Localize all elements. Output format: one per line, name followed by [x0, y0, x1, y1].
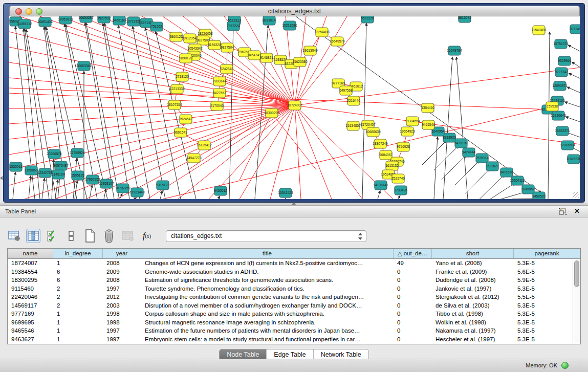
graph-node[interactable]: 12923448 — [129, 188, 145, 197]
graph-node[interactable]: 7524542 — [179, 115, 192, 124]
graph-node[interactable]: 9890120 — [179, 54, 192, 63]
graph-node[interactable]: 15692371 — [555, 126, 570, 136]
graph-node[interactable]: 9827504 — [221, 43, 234, 52]
graph-node[interactable]: 14547273 — [186, 154, 202, 163]
graph-node[interactable]: 6497568 — [339, 86, 353, 95]
graph-node[interactable]: 30975487 — [53, 161, 69, 170]
graph-node[interactable]: 8813074 — [458, 16, 471, 23]
graph-node[interactable]: 9227342 — [555, 68, 568, 77]
function-builder-icon[interactable]: f(x) — [140, 229, 154, 243]
graph-node[interactable]: 8471676 — [500, 168, 513, 177]
table-row[interactable]: 946362711997Embryonic stem cells: a mode… — [8, 335, 580, 344]
graph-node[interactable]: 18807249 — [373, 139, 388, 148]
graph-node[interactable]: 9450520 — [532, 192, 546, 199]
graph-node[interactable]: 6479197 — [454, 139, 468, 148]
graph-node[interactable]: 10688639 — [365, 127, 381, 137]
graph-node[interactable]: 19218586 — [282, 21, 297, 30]
table-row[interactable]: 911546021997Tourette syndrome. Phenomeno… — [8, 285, 580, 293]
graph-node[interactable]: 16958107 — [99, 179, 114, 188]
graph-node[interactable]: 1615132 — [385, 161, 399, 170]
graph-node[interactable]: 2216440 — [347, 96, 360, 105]
graph-node[interactable]: 8427552 — [213, 89, 226, 98]
table-row[interactable]: 969969511998Structural magnetic resonanc… — [8, 318, 580, 327]
graph-node[interactable]: 15134857 — [345, 121, 361, 130]
graph-node[interactable]: 19613949 — [302, 46, 318, 55]
graph-node[interactable]: 18107554 — [167, 100, 182, 110]
graph-node[interactable]: 20206576 — [47, 149, 62, 159]
network-canvas[interactable]: 9560812140557122069140618953813106532871… — [9, 16, 580, 199]
import-table-icon[interactable] — [121, 229, 135, 243]
graph-node[interactable]: 2935114 — [475, 154, 489, 163]
graph-node[interactable]: 12254498 — [314, 28, 330, 37]
graph-node[interactable]: 16649570 — [330, 37, 345, 46]
graph-node[interactable]: 9450512 — [214, 186, 227, 195]
graph-node[interactable]: 12093871 — [552, 81, 568, 91]
graph-node[interactable]: 8186328 — [208, 40, 221, 50]
table-row[interactable]: 1938455462009Genome-wide association stu… — [8, 268, 580, 276]
select-all-icon[interactable] — [45, 229, 59, 243]
graph-node[interactable]: 16135412 — [197, 141, 212, 150]
graph-node[interactable]: 11075330 — [567, 155, 580, 164]
graph-node[interactable]: 17359924 — [70, 148, 85, 158]
table-row[interactable]: 1830029562008Estimation of significance … — [8, 276, 580, 285]
graph-node[interactable]: 1156869 — [25, 166, 38, 175]
graph-node[interactable]: 1505135 — [71, 171, 84, 180]
graph-node[interactable]: 14055712 — [17, 19, 32, 29]
graph-node[interactable]: 1527602 — [97, 16, 111, 23]
column-header-pagerank[interactable]: pagerank — [514, 249, 580, 258]
float-panel-icon[interactable] — [559, 208, 567, 215]
select-column-icon[interactable] — [26, 229, 40, 243]
close-panel-icon[interactable]: ✕ — [574, 207, 580, 215]
graph-node[interactable]: 1354460 — [421, 103, 434, 113]
graph-node[interactable]: 7632621 — [486, 162, 499, 171]
column-header-name[interactable]: name — [8, 249, 53, 258]
graph-node[interactable]: 19384554 — [405, 117, 420, 126]
graph-node[interactable]: 9684067 — [379, 150, 393, 160]
graph-node[interactable]: 5572378 — [361, 16, 374, 23]
splitter-handle-icon[interactable] — [292, 202, 296, 205]
memory-ok-icon[interactable] — [561, 362, 569, 369]
column-header-in_degree[interactable]: in_degree — [53, 249, 103, 258]
graph-node[interactable]: 9756928 — [397, 142, 410, 151]
column-header-short[interactable]: short — [432, 249, 514, 258]
graph-node[interactable]: 1145190 — [52, 170, 65, 179]
panel-collapse-arrow[interactable] — [0, 176, 3, 180]
graph-node[interactable]: 9245052 — [521, 185, 535, 194]
graph-node[interactable]: 9242848 — [220, 64, 233, 74]
graph-node[interactable]: 9691543 — [174, 128, 187, 137]
graph-node[interactable]: 8454749 — [248, 51, 261, 60]
table-selector-dropdown[interactable]: citations_edges.txt — [166, 230, 366, 242]
graph-node[interactable]: 15625380 — [292, 57, 308, 67]
table-row[interactable]: 977716911998Corpus callosum shape and si… — [8, 310, 580, 318]
graph-node[interactable]: 16782759 — [115, 184, 130, 193]
table-row[interactable]: 946554611997Estimation of the future num… — [8, 326, 580, 335]
graph-node[interactable]: 17016504 — [560, 141, 575, 150]
graph-node[interactable]: 2803144 — [213, 77, 226, 86]
graph-node[interactable]: 9860123 — [169, 32, 183, 41]
graph-node[interactable]: 9315123 — [156, 181, 169, 190]
canvas-resize-grip[interactable] — [573, 192, 579, 198]
graph-node[interactable]: 1733426 — [394, 186, 407, 195]
column-header-title[interactable]: title — [141, 249, 394, 258]
graph-node[interactable]: 15342423 — [278, 188, 293, 198]
graph-node[interactable]: 18953813 — [58, 16, 73, 24]
clear-selection-icon[interactable] — [64, 229, 78, 243]
vertical-scrollbar[interactable] — [573, 259, 580, 344]
graph-node[interactable]: 11548498 — [532, 26, 547, 35]
column-header-out_de[interactable]: △ out_de… — [394, 249, 432, 258]
graph-node[interactable]: 7957224 — [227, 21, 240, 31]
delete-table-icon[interactable] — [102, 229, 116, 243]
graph-node[interactable]: 15751074 — [553, 39, 569, 49]
graph-node[interactable]: 10654112 — [510, 176, 525, 185]
graph-node[interactable]: 9273493 — [570, 25, 580, 34]
graph-node[interactable]: 6466160 — [113, 16, 126, 25]
scrollbar-thumb[interactable] — [574, 260, 579, 287]
graph-node[interactable]: 16648784 — [447, 46, 462, 55]
table-row[interactable]: 2242004622012Investigating the contribut… — [8, 293, 580, 301]
graph-node[interactable]: 9146821 — [260, 53, 273, 62]
graph-node[interactable]: 20691406 — [37, 17, 53, 27]
table-row[interactable]: 1872400712008Changes of HCN gene express… — [8, 259, 580, 268]
graph-node[interactable]: 9474444 — [462, 148, 475, 157]
column-header-year[interactable]: year — [103, 249, 141, 258]
graph-node[interactable]: 9465546 — [422, 120, 435, 129]
